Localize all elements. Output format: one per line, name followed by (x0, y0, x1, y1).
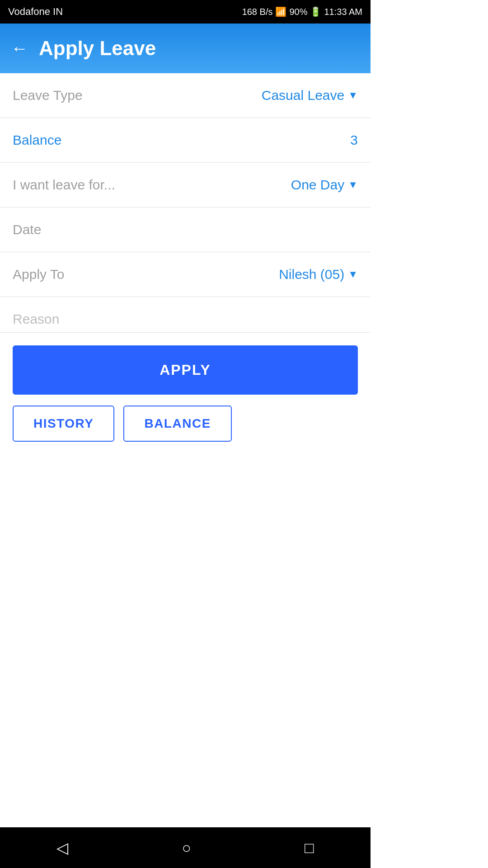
apply-to-dropdown[interactable]: Nilesh (05) ▼ (279, 267, 358, 282)
form-content: Leave Type Casual Leave ▼ Balance 3 I wa… (0, 73, 371, 454)
reason-row[interactable] (0, 297, 371, 333)
battery-text: 90% (289, 7, 307, 17)
apply-button[interactable]: APPLY (13, 345, 358, 395)
balance-row: Balance 3 (0, 118, 371, 163)
history-button[interactable]: HISTORY (13, 406, 114, 442)
leave-duration-label: I want leave for... (13, 177, 115, 193)
balance-button[interactable]: BALANCE (123, 406, 231, 442)
carrier-text: Vodafone IN (8, 6, 63, 18)
back-button[interactable]: ← (11, 39, 28, 58)
leave-type-dropdown[interactable]: Casual Leave ▼ (262, 88, 358, 103)
signal-icon: 📶 (275, 6, 286, 17)
apply-to-label: Apply To (13, 267, 65, 282)
leave-duration-dropdown[interactable]: One Day ▼ (291, 177, 358, 193)
leave-type-arrow-icon: ▼ (348, 90, 358, 101)
time-text: 11:33 AM (324, 7, 362, 17)
apply-to-arrow-icon: ▼ (348, 269, 358, 280)
balance-value: 3 (350, 132, 358, 148)
status-bar-right: 168 B/s 📶 90% 🔋 11:33 AM (242, 6, 362, 17)
apply-to-value: Nilesh (05) (279, 267, 344, 282)
toolbar: ← Apply Leave (0, 24, 371, 73)
status-bar: Vodafone IN 168 B/s 📶 90% 🔋 11:33 AM (0, 0, 371, 24)
secondary-buttons-row: HISTORY BALANCE (0, 406, 371, 454)
date-row[interactable]: Date (0, 208, 371, 252)
network-speed: 168 B/s (242, 7, 273, 17)
leave-duration-row: I want leave for... One Day ▼ (0, 163, 371, 208)
apply-to-row: Apply To Nilesh (05) ▼ (0, 252, 371, 297)
balance-label: Balance (13, 132, 61, 148)
leave-type-row: Leave Type Casual Leave ▼ (0, 73, 371, 118)
date-label: Date (13, 222, 41, 237)
leave-type-value: Casual Leave (262, 88, 344, 103)
page-title: Apply Leave (39, 37, 156, 60)
reason-input[interactable] (13, 311, 358, 327)
leave-duration-value: One Day (291, 177, 344, 193)
battery-icon: 🔋 (310, 6, 321, 17)
leave-duration-arrow-icon: ▼ (348, 179, 358, 191)
leave-type-label: Leave Type (13, 88, 83, 103)
